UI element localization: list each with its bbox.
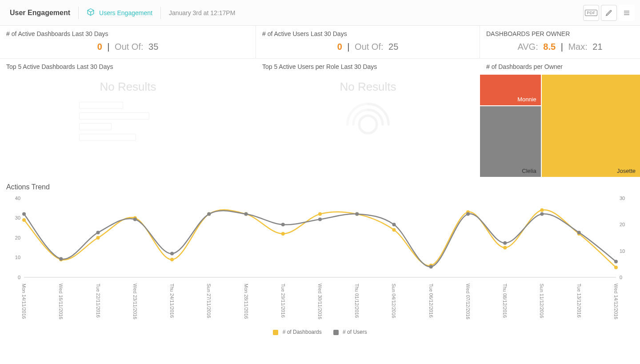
pdf-icon: PDF <box>585 10 597 16</box>
svg-point-31 <box>22 218 26 222</box>
treemap-label: Clelia <box>522 168 536 174</box>
svg-text:Wed 30/11/2016: Wed 30/11/2016 <box>317 284 323 319</box>
svg-text:Sun 11/12/2016: Sun 11/12/2016 <box>539 284 544 318</box>
svg-point-52 <box>170 252 174 256</box>
svg-text:Thu 08/12/2016: Thu 08/12/2016 <box>502 284 508 318</box>
svg-point-64 <box>614 260 618 263</box>
panel-top-users: Top 5 Active Users per Role Last 30 Days… <box>256 59 480 179</box>
legend-swatch-icon <box>333 330 339 335</box>
svg-point-57 <box>355 212 359 216</box>
kpi-active-dashboards: # of Active Dashboards Last 30 Days 0 | … <box>0 26 256 58</box>
svg-point-41 <box>392 228 396 232</box>
svg-text:Thu 24/11/2016: Thu 24/11/2016 <box>169 284 175 318</box>
treemap-chart[interactable]: Monnie Clelia Josette <box>480 75 640 177</box>
svg-point-39 <box>318 212 322 216</box>
svg-text:Mon 14/11/2016: Mon 14/11/2016 <box>21 284 27 319</box>
treemap-cell-josette[interactable]: Josette <box>541 75 640 177</box>
svg-text:0: 0 <box>18 275 20 280</box>
svg-point-53 <box>207 212 211 216</box>
svg-point-55 <box>281 223 285 226</box>
svg-point-56 <box>318 217 322 221</box>
svg-text:Mon 28/11/2016: Mon 28/11/2016 <box>244 284 249 319</box>
panel-title: # of Dashboards per Owner <box>486 63 634 70</box>
svg-point-50 <box>96 231 100 234</box>
hamburger-icon <box>623 9 630 16</box>
kpi-avg-label: AVG: <box>517 42 538 52</box>
svg-point-33 <box>96 236 100 240</box>
svg-point-47 <box>614 266 618 269</box>
no-results-text: No Results <box>262 80 474 94</box>
svg-text:10: 10 <box>15 255 20 260</box>
top-toolbar: User Engagement Users Engagement January… <box>0 0 640 26</box>
edit-button[interactable] <box>601 5 617 21</box>
svg-point-58 <box>392 223 396 226</box>
panels-row: Top 5 Active Dashboards Last 30 Days No … <box>0 59 640 179</box>
legend-swatch-icon <box>273 330 278 335</box>
svg-point-54 <box>244 212 248 216</box>
page-title: User Engagement <box>10 9 70 17</box>
kpi-separator: | <box>561 42 563 52</box>
trend-chart[interactable]: 0102030400102030Mon 14/11/2016Wed 16/11/… <box>6 194 634 327</box>
svg-text:Tue 06/12/2016: Tue 06/12/2016 <box>428 284 434 318</box>
kpi-separator: | <box>107 42 109 52</box>
panel-title: Top 5 Active Dashboards Last 30 Days <box>6 63 250 70</box>
kpi-label: # of Active Users Last 30 Days <box>262 30 473 37</box>
kpi-outof-value: 35 <box>148 42 158 52</box>
svg-text:Sun 27/11/2016: Sun 27/11/2016 <box>206 284 212 318</box>
kpi-separator: | <box>347 42 349 52</box>
donut-placeholder-icon <box>262 100 474 149</box>
svg-text:Tue 22/11/2016: Tue 22/11/2016 <box>96 284 101 318</box>
svg-point-38 <box>281 232 285 236</box>
panel-top-dashboards: Top 5 Active Dashboards Last 30 Days No … <box>0 59 256 179</box>
kpi-dashboards-per-owner: DASHBOARDS PER OWNER AVG: 8.5 | Max: 21 <box>480 26 640 58</box>
kpi-label: DASHBOARDS PER OWNER <box>486 30 634 37</box>
svg-text:10: 10 <box>620 248 625 254</box>
kpi-outof-value: 25 <box>388 42 398 52</box>
treemap-cell-clelia[interactable]: Clelia <box>480 105 541 177</box>
legend-item-users[interactable]: # of Users <box>333 329 367 335</box>
legend-item-dashboards[interactable]: # of Dashboards <box>273 329 321 335</box>
svg-point-45 <box>540 208 544 212</box>
toolbar-divider <box>160 7 161 19</box>
panel-actions-trend: Actions Trend 0102030400102030Mon 14/11/… <box>0 179 640 341</box>
pencil-icon <box>605 9 612 16</box>
panel-treemap: # of Dashboards per Owner Monnie Clelia … <box>480 59 640 179</box>
kpi-value: 0 <box>337 42 342 52</box>
treemap-cell-monnie[interactable]: Monnie <box>480 75 541 105</box>
svg-point-3 <box>359 116 377 133</box>
svg-text:30: 30 <box>15 216 20 221</box>
no-results-text: No Results <box>6 80 250 94</box>
kpi-value-row: 0 | Out Of: 35 <box>6 42 249 52</box>
kpi-value-row: 0 | Out Of: 25 <box>262 42 473 52</box>
svg-text:30: 30 <box>620 196 625 201</box>
kpi-avg-value: 8.5 <box>543 42 556 52</box>
skeleton-bars-icon <box>79 102 177 141</box>
toolbar-divider <box>78 7 79 19</box>
svg-text:Wed 23/11/2016: Wed 23/11/2016 <box>132 284 138 319</box>
legend-label: # of Dashboards <box>283 329 322 335</box>
breadcrumb[interactable]: Users Engagement <box>87 8 152 17</box>
svg-text:Sun 04/12/2016: Sun 04/12/2016 <box>391 284 396 318</box>
kpi-max-value: 21 <box>592 42 602 52</box>
svg-text:Wed 07/12/2016: Wed 07/12/2016 <box>465 284 471 319</box>
kpi-active-users: # of Active Users Last 30 Days 0 | Out O… <box>256 26 480 58</box>
svg-point-61 <box>503 241 507 245</box>
treemap-label: Josette <box>617 168 636 174</box>
cube-icon <box>87 8 95 17</box>
panel-title: Top 5 Active Users per Role Last 30 Days <box>262 63 474 70</box>
export-pdf-button[interactable]: PDF <box>583 5 599 21</box>
chart-legend: # of Dashboards # of Users <box>6 329 634 335</box>
svg-text:Wed 16/11/2016: Wed 16/11/2016 <box>58 284 64 319</box>
breadcrumb-label: Users Engagement <box>99 9 152 16</box>
svg-text:0: 0 <box>620 275 622 280</box>
kpi-value: 0 <box>97 42 102 52</box>
legend-label: # of Users <box>343 329 367 335</box>
svg-text:Tue 13/12/2016: Tue 13/12/2016 <box>576 284 582 318</box>
svg-point-35 <box>170 258 174 261</box>
kpi-row: # of Active Dashboards Last 30 Days 0 | … <box>0 26 640 59</box>
svg-text:20: 20 <box>620 222 625 227</box>
treemap-label: Monnie <box>517 96 536 103</box>
svg-text:40: 40 <box>15 196 20 201</box>
svg-point-44 <box>503 246 507 249</box>
menu-button[interactable] <box>619 5 635 21</box>
